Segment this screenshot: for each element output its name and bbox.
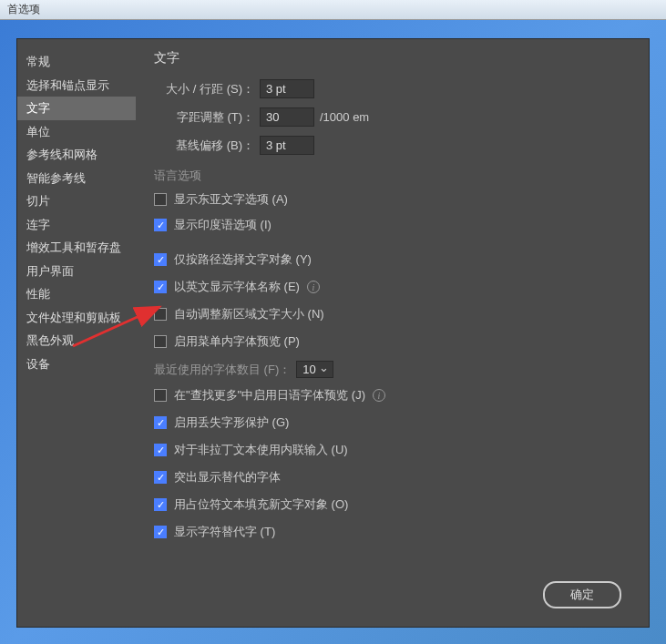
sidebar-item-13[interactable]: 设备 — [17, 353, 136, 376]
titlebar: 首选项 — [0, 0, 666, 20]
east-asian-row: 显示东亚文字选项 (A) — [154, 191, 630, 208]
char-alt-checkbox[interactable] — [154, 526, 167, 538]
button-row: 确定 — [17, 572, 649, 627]
recent-fonts-row: 最近使用的字体数目 (F)： 10 — [154, 361, 630, 378]
content-panel: 文字 大小 / 行距 (S)： 字距调整 (T)： /1000 em 基线偏移 … — [136, 39, 649, 572]
font-preview-row: 启用菜单内字体预览 (P) — [154, 333, 630, 350]
sidebar-item-12[interactable]: 黑色外观 — [17, 329, 136, 353]
sidebar-item-10[interactable]: 性能 — [17, 282, 136, 306]
inline-input-label: 对于非拉丁文本使用内联输入 (U) — [174, 442, 348, 458]
sidebar-item-6[interactable]: 切片 — [17, 189, 136, 213]
sidebar-item-8[interactable]: 增效工具和暂存盘 — [17, 236, 136, 260]
size-leading-row: 大小 / 行距 (S)： — [154, 79, 630, 98]
english-fonts-row: 以英文显示字体名称 (E) i — [154, 279, 630, 295]
japanese-preview-label: 在"查找更多"中启用日语字体预览 (J) — [174, 387, 365, 404]
sidebar-item-7[interactable]: 连字 — [17, 213, 136, 237]
inline-input-checkbox[interactable] — [154, 444, 167, 456]
recent-fonts-select[interactable]: 10 — [296, 361, 333, 378]
window-title: 首选项 — [7, 3, 40, 15]
auto-resize-label: 自动调整新区域文字大小 (N) — [174, 306, 324, 322]
english-fonts-label: 以英文显示字体名称 (E) — [174, 279, 300, 295]
highlight-alt-label: 突出显示替代的字体 — [174, 469, 281, 486]
sidebar-item-9[interactable]: 用户界面 — [17, 260, 136, 283]
placeholder-fill-row: 用占位符文本填充新文字对象 (O) — [154, 496, 630, 513]
baseline-row: 基线偏移 (B)： — [154, 136, 630, 155]
sidebar-item-2[interactable]: 文字 — [17, 97, 136, 120]
east-asian-checkbox[interactable] — [154, 193, 167, 206]
auto-resize-row: 自动调整新区域文字大小 (N) — [154, 306, 630, 322]
missing-glyph-checkbox[interactable] — [154, 416, 167, 429]
tracking-input[interactable] — [260, 107, 314, 127]
missing-glyph-row: 启用丢失字形保护 (G) — [154, 414, 630, 431]
select-by-path-row: 仅按路径选择文字对象 (Y) — [154, 251, 630, 268]
highlight-alt-checkbox[interactable] — [154, 471, 167, 484]
tracking-label: 字距调整 (T)： — [154, 109, 254, 126]
east-asian-label: 显示东亚文字选项 (A) — [174, 191, 288, 208]
sidebar-item-5[interactable]: 智能参考线 — [17, 167, 136, 190]
indic-label: 显示印度语选项 (I) — [174, 217, 272, 233]
size-leading-input[interactable] — [260, 79, 314, 98]
baseline-input[interactable] — [260, 136, 314, 155]
japanese-preview-row: 在"查找更多"中启用日语字体预览 (J) i — [154, 387, 630, 404]
size-leading-label: 大小 / 行距 (S)： — [154, 81, 254, 97]
panel-title: 文字 — [154, 50, 630, 66]
preferences-dialog: 常规选择和锚点显示文字单位参考线和网格智能参考线切片连字增效工具和暂存盘用户界面… — [16, 38, 650, 628]
font-preview-label: 启用菜单内字体预览 (P) — [174, 333, 300, 350]
char-alt-label: 显示字符替代字 (T) — [174, 524, 275, 540]
placeholder-fill-checkbox[interactable] — [154, 498, 167, 511]
baseline-label: 基线偏移 (B)： — [154, 138, 254, 154]
tracking-unit: /1000 em — [320, 110, 369, 124]
ok-button[interactable]: 确定 — [543, 581, 621, 608]
sidebar-item-11[interactable]: 文件处理和剪贴板 — [17, 306, 136, 330]
placeholder-fill-label: 用占位符文本填充新文字对象 (O) — [174, 496, 348, 513]
indic-row: 显示印度语选项 (I) — [154, 217, 630, 233]
select-by-path-label: 仅按路径选择文字对象 (Y) — [174, 251, 312, 268]
sidebar-item-3[interactable]: 单位 — [17, 120, 136, 144]
font-preview-checkbox[interactable] — [154, 335, 167, 348]
info-icon[interactable]: i — [373, 389, 385, 402]
tracking-row: 字距调整 (T)： /1000 em — [154, 107, 630, 127]
inline-input-row: 对于非拉丁文本使用内联输入 (U) — [154, 442, 630, 458]
select-by-path-checkbox[interactable] — [154, 253, 167, 266]
sidebar-item-4[interactable]: 参考线和网格 — [17, 143, 136, 167]
sidebar-item-0[interactable]: 常规 — [17, 50, 136, 74]
language-section-title: 语言选项 — [154, 168, 630, 184]
missing-glyph-label: 启用丢失字形保护 (G) — [174, 414, 289, 431]
english-fonts-checkbox[interactable] — [154, 281, 167, 293]
info-icon[interactable]: i — [307, 281, 320, 293]
char-alt-row: 显示字符替代字 (T) — [154, 524, 630, 540]
japanese-preview-checkbox[interactable] — [154, 389, 167, 402]
auto-resize-checkbox[interactable] — [154, 308, 167, 321]
highlight-alt-row: 突出显示替代的字体 — [154, 469, 630, 486]
sidebar: 常规选择和锚点显示文字单位参考线和网格智能参考线切片连字增效工具和暂存盘用户界面… — [17, 39, 136, 572]
indic-checkbox[interactable] — [154, 219, 167, 231]
sidebar-item-1[interactable]: 选择和锚点显示 — [17, 74, 136, 97]
recent-fonts-label: 最近使用的字体数目 (F)： — [154, 362, 291, 378]
